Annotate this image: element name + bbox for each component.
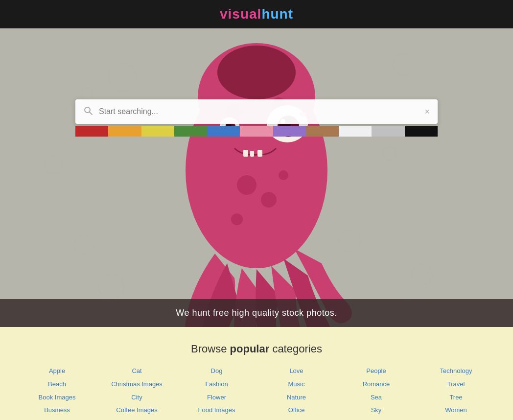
category-column-6: TechnologyTravelTreeWomenWork bbox=[419, 366, 493, 420]
category-link[interactable]: Love bbox=[289, 366, 303, 376]
color-swatch-black[interactable] bbox=[405, 126, 438, 137]
color-swatch-green[interactable] bbox=[174, 126, 207, 137]
category-link[interactable]: Beach bbox=[48, 379, 66, 390]
color-swatch-pink[interactable] bbox=[240, 126, 273, 137]
category-link[interactable]: Business bbox=[44, 405, 70, 416]
search-input[interactable] bbox=[99, 107, 424, 116]
header: visualhunt bbox=[0, 0, 513, 28]
svg-rect-18 bbox=[257, 150, 262, 157]
category-link[interactable]: Technology bbox=[440, 366, 472, 376]
category-link[interactable]: Nature bbox=[287, 393, 306, 403]
bubble-decoration bbox=[411, 263, 433, 285]
svg-point-6 bbox=[261, 192, 277, 208]
category-link[interactable]: Sea bbox=[371, 393, 382, 403]
svg-rect-16 bbox=[243, 150, 248, 157]
bubble-decoration bbox=[44, 156, 63, 174]
search-icon bbox=[83, 106, 93, 118]
category-link[interactable]: Food Images bbox=[198, 405, 235, 416]
bubble-decoration bbox=[73, 234, 94, 255]
search-clear-button[interactable]: × bbox=[424, 107, 430, 117]
category-link[interactable]: Dog bbox=[211, 366, 223, 376]
color-swatches bbox=[75, 126, 438, 137]
color-swatch-blue[interactable] bbox=[207, 126, 240, 137]
category-link[interactable]: Office bbox=[288, 405, 305, 416]
bubble-decoration bbox=[108, 63, 137, 92]
tagline-banner: We hunt free high quality stock photos. bbox=[0, 299, 513, 327]
svg-rect-17 bbox=[250, 151, 254, 157]
category-link[interactable]: Book Images bbox=[39, 393, 76, 403]
category-link[interactable]: Fashion bbox=[205, 379, 228, 390]
category-link[interactable]: Christmas Images bbox=[111, 379, 163, 390]
color-swatch-white[interactable] bbox=[339, 126, 372, 137]
categories-section: Browse popular categories AppleBeachBook… bbox=[0, 327, 513, 420]
category-column-1: AppleBeachBook ImagesBusinessCar bbox=[20, 366, 94, 420]
categories-grid: AppleBeachBook ImagesBusinessCarCatChris… bbox=[20, 366, 493, 420]
bubble-decoration bbox=[98, 273, 125, 300]
svg-point-5 bbox=[237, 175, 256, 195]
category-link[interactable]: Tree bbox=[449, 393, 462, 403]
category-link[interactable]: Cat bbox=[132, 366, 141, 376]
category-column-2: CatChristmas ImagesCityCoffee ImagesComp… bbox=[99, 366, 174, 420]
logo[interactable]: visualhunt bbox=[220, 6, 293, 22]
svg-point-7 bbox=[231, 213, 243, 225]
logo-visual-text: visual bbox=[220, 6, 261, 22]
category-link[interactable]: Romance bbox=[363, 379, 390, 390]
tagline-text: We hunt free high quality stock photos. bbox=[0, 308, 513, 318]
octopus-illustration bbox=[151, 28, 362, 327]
bubble-decoration bbox=[392, 53, 415, 76]
category-link[interactable]: Travel bbox=[447, 379, 465, 390]
bubble-decoration bbox=[81, 87, 93, 100]
category-link[interactable]: City bbox=[131, 393, 142, 403]
logo-hunt-text: hunt bbox=[261, 6, 293, 22]
category-column-3: DogFashionFlowerFood ImagesHappy bbox=[179, 366, 254, 420]
color-swatch-brown[interactable] bbox=[306, 126, 339, 137]
category-link[interactable]: Apple bbox=[49, 366, 65, 376]
color-swatch-red[interactable] bbox=[75, 126, 108, 137]
color-swatch-orange[interactable] bbox=[108, 126, 141, 137]
svg-line-21 bbox=[90, 112, 92, 115]
category-link[interactable]: Sky bbox=[371, 405, 382, 416]
category-link[interactable]: People bbox=[366, 366, 386, 376]
color-swatch-gray[interactable] bbox=[372, 126, 404, 137]
category-column-4: LoveMusicNatureOfficeParty Images bbox=[259, 366, 334, 420]
search-bar: × bbox=[75, 99, 438, 124]
category-link[interactable]: Coffee Images bbox=[116, 405, 157, 416]
svg-point-2 bbox=[217, 46, 296, 99]
category-link[interactable]: Music bbox=[288, 379, 305, 390]
color-swatch-yellow[interactable] bbox=[141, 126, 174, 137]
svg-point-8 bbox=[279, 170, 288, 180]
bubble-decoration bbox=[382, 146, 396, 161]
categories-title: Browse popular categories bbox=[20, 343, 493, 355]
hero-section: × We hunt free high quality stock photos… bbox=[0, 28, 513, 327]
category-column-5: PeopleRomanceSeaSkySnow bbox=[339, 366, 414, 420]
search-area: × bbox=[75, 99, 438, 137]
category-link[interactable]: Flower bbox=[207, 393, 226, 403]
category-link[interactable]: Women bbox=[445, 405, 467, 416]
color-swatch-purple[interactable] bbox=[273, 126, 306, 137]
